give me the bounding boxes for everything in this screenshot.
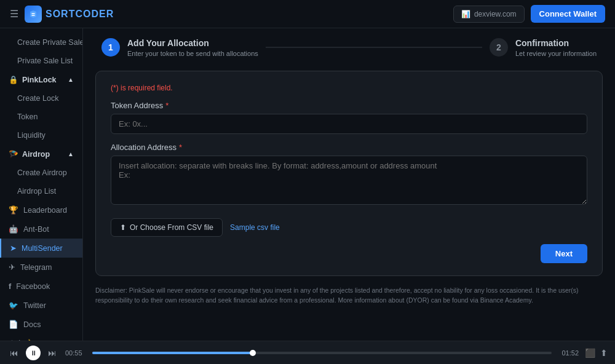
facebook-icon: f bbox=[9, 282, 11, 291]
sidebar-item-docs[interactable]: 📄 Docs bbox=[0, 315, 82, 334]
sidebar-label: Airdrop List bbox=[17, 187, 56, 196]
sidebar-item-ant-bot[interactable]: 🤖 Ant-Bot bbox=[0, 220, 82, 239]
dexview-label: dexview.com bbox=[474, 10, 517, 18]
sidebar-item-token[interactable]: Token bbox=[0, 108, 82, 126]
sidebar-item-multisender[interactable]: ➤ MultiSender bbox=[0, 239, 82, 258]
sidebar-item-private-sale-list[interactable]: Private Sale List bbox=[0, 52, 82, 70]
sidebar-item-pinklock[interactable]: 🔒 PinkLock ▲ bbox=[0, 70, 82, 89]
progress-dot bbox=[250, 350, 256, 356]
allocation-address-input[interactable] bbox=[111, 156, 587, 205]
sidebar-item-telegram[interactable]: ✈ Telegram bbox=[0, 258, 82, 277]
sidebar-item-twitter[interactable]: 🐦 Twitter bbox=[0, 296, 82, 315]
docs-icon: 📄 bbox=[9, 320, 18, 329]
token-address-label: Token Address * bbox=[111, 101, 587, 110]
header: ☰ SORTCODER 📊 dexview.com Connect Wallet bbox=[0, 0, 615, 28]
step-2-circle: 2 bbox=[490, 38, 508, 57]
arrow-icon: ➤ bbox=[10, 243, 17, 253]
step-line bbox=[266, 47, 482, 48]
time-current: 00:55 bbox=[65, 349, 82, 357]
next-button[interactable]: Next bbox=[541, 244, 587, 263]
fast-forward-button[interactable]: ⏭ bbox=[46, 347, 59, 359]
sidebar-label: Twitter bbox=[23, 301, 46, 310]
sidebar-label: Liquidity bbox=[17, 131, 46, 140]
sidebar-label: Create Airdrop bbox=[17, 168, 67, 177]
sidebar: Create Private Sale Private Sale List 🔒 … bbox=[0, 28, 83, 341]
disclaimer: Disclaimer: PinkSale will never endorse … bbox=[95, 286, 603, 306]
media-bar: ⏮ ⏸ ⏭ 00:55 01:52 ⬛ ⬆ bbox=[0, 341, 615, 364]
next-btn-row: Next bbox=[111, 244, 587, 263]
hamburger-icon[interactable]: ☰ bbox=[10, 8, 18, 20]
step-1-desc: Enter your token to be send with allocat… bbox=[127, 49, 258, 58]
share-button[interactable]: ⬆ bbox=[600, 348, 608, 358]
sidebar-label: Ant-Bot bbox=[23, 225, 49, 234]
connect-wallet-button[interactable]: Connect Wallet bbox=[531, 5, 605, 23]
theme-toggle[interactable]: ☀ / 🌙 bbox=[0, 334, 82, 341]
sidebar-label: Airdrop bbox=[22, 150, 50, 159]
logo-text: SORTCODER bbox=[46, 9, 114, 20]
required-note: (*) is required field. bbox=[111, 84, 587, 92]
main-layout: Create Private Sale Private Sale List 🔒 … bbox=[0, 28, 615, 341]
logo-icon bbox=[25, 6, 42, 23]
media-controls: ⏮ ⏸ ⏭ bbox=[7, 346, 59, 360]
dexview-button[interactable]: 📊 dexview.com bbox=[453, 6, 525, 23]
caption-button[interactable]: ⬛ bbox=[585, 348, 595, 358]
step-2-desc: Let review your information bbox=[515, 49, 597, 58]
sidebar-item-facebook[interactable]: f Facebook bbox=[0, 277, 82, 296]
step-1-info: Add Your Allocation Enter your token to … bbox=[127, 38, 258, 58]
step-1-title: Add Your Allocation bbox=[127, 38, 258, 48]
step-2-info: Confirmation Let review your information bbox=[515, 38, 597, 58]
sidebar-label: Token bbox=[17, 113, 38, 121]
header-right: 📊 dexview.com Connect Wallet bbox=[453, 5, 605, 23]
csv-button-label: Or Choose From CSV file bbox=[130, 223, 213, 232]
main-content: 1 Add Your Allocation Enter your token t… bbox=[83, 28, 615, 341]
sidebar-label: Docs bbox=[23, 320, 41, 329]
airdrop-icon: 🪂 bbox=[9, 149, 18, 159]
sidebar-label: Create Lock bbox=[17, 94, 58, 103]
progress-fill bbox=[92, 352, 253, 354]
sample-csv-link[interactable]: Sample csv file bbox=[230, 223, 280, 232]
step-2: 2 Confirmation Let review your informati… bbox=[490, 38, 597, 58]
trophy-icon: 🏆 bbox=[9, 205, 18, 215]
sidebar-label: Private Sale List bbox=[17, 57, 73, 65]
allocation-address-label: Allocation Address * bbox=[111, 143, 587, 152]
sidebar-label: Create Private Sale bbox=[17, 38, 83, 47]
chevron-up-icon: ▲ bbox=[68, 151, 74, 157]
form-card: (*) is required field. Token Address * A… bbox=[95, 71, 603, 276]
sidebar-label: Telegram bbox=[20, 263, 52, 272]
sidebar-item-liquidity[interactable]: Liquidity bbox=[0, 126, 82, 144]
sidebar-item-leaderboard[interactable]: 🏆 Leaderboard bbox=[0, 200, 82, 220]
time-total: 01:52 bbox=[561, 349, 579, 357]
media-icons-right: ⬛ ⬆ bbox=[585, 348, 608, 358]
sidebar-label: Facebook bbox=[16, 282, 50, 291]
pause-button[interactable]: ⏸ bbox=[26, 346, 41, 360]
sidebar-label: Leaderboard bbox=[23, 206, 67, 215]
token-address-input[interactable] bbox=[111, 114, 587, 134]
progress-bar[interactable] bbox=[92, 352, 552, 354]
header-left: ☰ SORTCODER bbox=[10, 6, 114, 23]
sidebar-item-airdrop[interactable]: 🪂 Airdrop ▲ bbox=[0, 144, 82, 164]
lock-icon: 🔒 bbox=[9, 75, 18, 84]
step-1-circle: 1 bbox=[101, 38, 120, 57]
form-actions: ⬆ Or Choose From CSV file Sample csv fil… bbox=[111, 218, 587, 237]
sidebar-item-create-lock[interactable]: Create Lock bbox=[0, 89, 82, 108]
robot-icon: 🤖 bbox=[9, 224, 18, 234]
telegram-icon: ✈ bbox=[9, 263, 15, 272]
sidebar-label: PinkLock bbox=[22, 76, 57, 84]
csv-upload-button[interactable]: ⬆ Or Choose From CSV file bbox=[111, 218, 223, 237]
sidebar-item-airdrop-list[interactable]: Airdrop List bbox=[0, 182, 82, 200]
step-1: 1 Add Your Allocation Enter your token t… bbox=[101, 38, 258, 58]
required-star-2: * bbox=[179, 143, 182, 152]
chevron-up-icon: ▲ bbox=[68, 76, 74, 83]
bar-chart-icon: 📊 bbox=[461, 10, 470, 18]
rewind-button[interactable]: ⏮ bbox=[7, 347, 21, 359]
sidebar-label: MultiSender bbox=[22, 244, 63, 253]
steps-bar: 1 Add Your Allocation Enter your token t… bbox=[95, 38, 603, 58]
upload-icon: ⬆ bbox=[120, 223, 126, 232]
logo: SORTCODER bbox=[25, 6, 114, 23]
sidebar-item-create-airdrop[interactable]: Create Airdrop bbox=[0, 164, 82, 182]
twitter-icon: 🐦 bbox=[9, 301, 18, 310]
step-2-title: Confirmation bbox=[515, 38, 597, 48]
sidebar-item-create-private-sale[interactable]: Create Private Sale bbox=[0, 33, 82, 52]
required-star: * bbox=[165, 101, 169, 110]
